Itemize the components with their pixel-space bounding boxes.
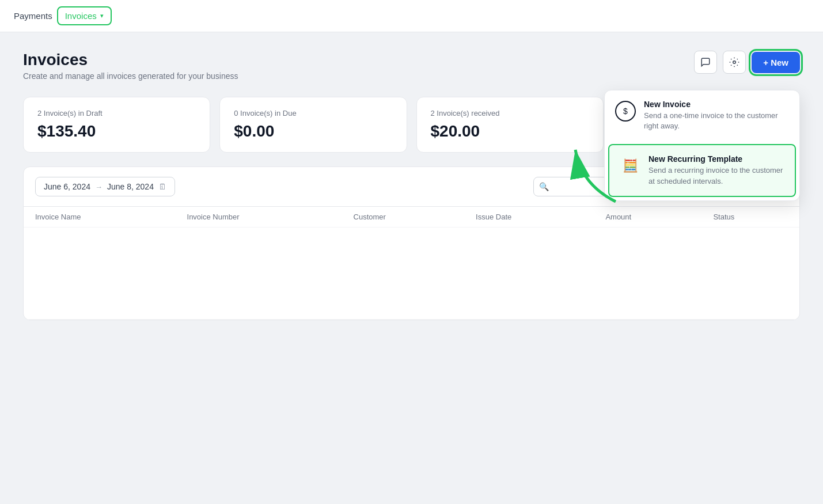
arrow-icon: → — [95, 183, 103, 191]
page-title-block: Invoices Create and manage all invoices … — [23, 51, 238, 81]
new-recurring-text: New Recurring Template Send a recurring … — [648, 154, 784, 186]
col-amount: Amount — [594, 207, 701, 228]
chat-icon-button[interactable] — [694, 51, 717, 74]
page-title: Invoices — [23, 51, 238, 69]
new-recurring-item[interactable]: 🧮 New Recurring Template Send a recurrin… — [608, 144, 796, 196]
new-recurring-description: Send a recurring invoice to the customer… — [648, 165, 784, 186]
search-icon: 🔍 — [539, 182, 549, 191]
new-button[interactable]: + New — [752, 52, 800, 73]
due-card: 0 Invoice(s) in Due $0.00 — [219, 97, 407, 153]
date-to: June 8, 2024 — [107, 182, 154, 191]
draft-card: 2 Invoice(s) in Draft $135.40 — [23, 97, 210, 153]
col-issue-date: Issue Date — [464, 207, 594, 228]
draft-card-amount: $135.40 — [37, 122, 196, 141]
date-from: June 6, 2024 — [44, 182, 90, 191]
new-invoice-description: Send a one-time invoice to the customer … — [644, 111, 789, 131]
new-dropdown-menu: $ New Invoice Send a one-time invoice to… — [604, 90, 800, 201]
invoices-table: Invoice Name Invoice Number Customer Iss… — [24, 206, 799, 320]
nav-invoices-label: Invoices — [65, 11, 97, 21]
page-header: Invoices Create and manage all invoices … — [23, 51, 800, 81]
col-status: Status — [701, 207, 799, 228]
chat-icon — [700, 57, 711, 67]
page-subtitle: Create and manage all invoices generated… — [23, 71, 238, 81]
nav-invoices-button[interactable]: Invoices ▾ — [57, 6, 112, 25]
new-invoice-title: New Invoice — [644, 100, 789, 109]
date-range-picker[interactable]: June 6, 2024 → June 8, 2024 🗓 — [35, 177, 175, 196]
top-navigation: Payments Invoices ▾ — [0, 0, 823, 32]
due-card-label: 0 Invoice(s) in Due — [234, 109, 392, 118]
dollar-circle-icon: $ — [615, 101, 636, 122]
received-card: 2 Invoice(s) received $20.00 — [416, 97, 604, 153]
calendar-icon: 🗓 — [158, 182, 166, 191]
settings-icon-button[interactable] — [723, 51, 746, 74]
header-actions: + New — [694, 51, 800, 74]
col-customer: Customer — [342, 207, 465, 228]
nav-payments[interactable]: Payments — [14, 11, 52, 21]
chevron-down-icon: ▾ — [100, 12, 104, 20]
new-invoice-item[interactable]: $ New Invoice Send a one-time invoice to… — [605, 90, 799, 141]
table-row — [24, 228, 799, 320]
due-card-amount: $0.00 — [234, 122, 392, 141]
draft-card-label: 2 Invoice(s) in Draft — [37, 109, 196, 118]
new-invoice-text: New Invoice Send a one-time invoice to t… — [644, 100, 789, 131]
svg-point-0 — [733, 61, 736, 64]
col-invoice-number: Invoice Number — [176, 207, 342, 228]
received-card-label: 2 Invoice(s) received — [431, 109, 589, 118]
main-content: Invoices Create and manage all invoices … — [0, 32, 823, 339]
gear-icon — [729, 57, 739, 67]
new-recurring-title: New Recurring Template — [648, 154, 784, 164]
empty-table-area — [24, 228, 799, 320]
received-card-amount: $20.00 — [431, 122, 589, 141]
calculator-icon: 🧮 — [620, 156, 640, 176]
table-header-row: Invoice Name Invoice Number Customer Iss… — [24, 207, 799, 228]
col-invoice-name: Invoice Name — [24, 207, 176, 228]
